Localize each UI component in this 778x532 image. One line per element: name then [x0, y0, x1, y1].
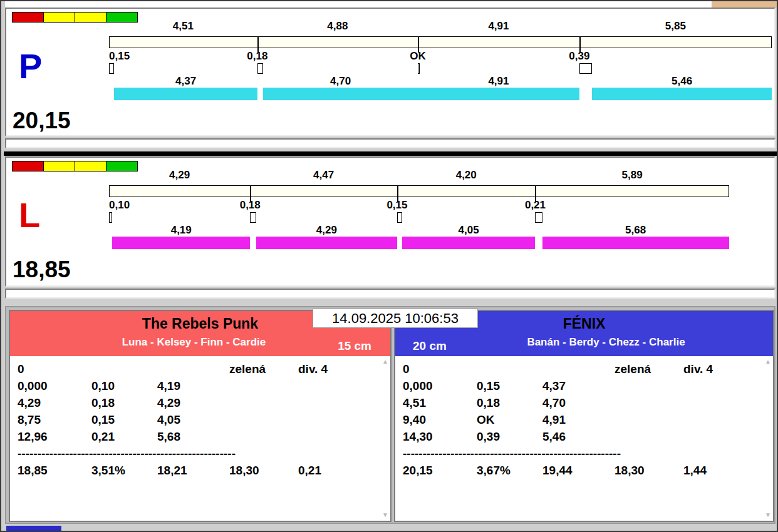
table-cell: 4,51	[403, 396, 477, 413]
gross-time-bar	[109, 185, 729, 197]
lane-statusbar-l	[5, 289, 775, 299]
change-time-label: 0,18	[240, 199, 261, 212]
gross-split-label: 4,20	[456, 169, 477, 182]
traffic-light-cell-1	[43, 12, 75, 23]
titlebar-corner	[712, 1, 777, 8]
team-panel-right: FÉNIX Banán - Berdy - Chezz - Charlie 20…	[394, 310, 774, 522]
table-cell: 4,19	[157, 379, 229, 396]
net-split-label: 4,91	[488, 75, 509, 88]
table-cell: 0	[18, 362, 91, 379]
table-row: 0,0000,154,37	[403, 379, 765, 396]
table-cell: zelená	[615, 362, 683, 379]
table-cell: 4,05	[157, 413, 229, 430]
lane-letter: P	[19, 49, 42, 84]
traffic-light-cell-0	[12, 161, 44, 171]
net-split-bar	[592, 88, 772, 100]
team-panel-left: The Rebels Punk Luna - Kelsey - Finn - C…	[9, 310, 392, 522]
table-cell: 19,44	[542, 464, 615, 481]
table-cell: 0,18	[477, 396, 542, 413]
table-cell: zelená	[229, 362, 298, 379]
table-cell: 8,75	[18, 413, 91, 430]
scroll-up-icon[interactable]: ▲	[382, 359, 388, 365]
gross-split-label: 5,85	[665, 20, 686, 33]
table-row: 0zelenádiv. 4	[18, 362, 383, 379]
table-cell: 0,15	[91, 413, 157, 430]
gross-split-label: 4,47	[313, 169, 334, 182]
table-cell: 4,70	[542, 396, 615, 413]
net-split-label: 5,68	[625, 224, 646, 237]
net-split-label: 4,29	[316, 224, 337, 237]
change-time-label: 0,15	[386, 199, 407, 212]
gross-split-label: 4,51	[173, 20, 194, 33]
change-time-box	[250, 212, 256, 223]
table-cell: 0,000	[403, 379, 477, 396]
team-members: Luna - Kelsey - Finn - Cardie	[10, 336, 390, 349]
scroll-down-icon[interactable]: ▼	[382, 512, 388, 518]
traffic-light-cell-2	[75, 12, 106, 23]
table-row: 0zelenádiv. 4	[403, 362, 765, 379]
table-cell: 4,29	[18, 396, 91, 413]
net-split-label: 4,37	[175, 75, 196, 88]
gross-split-label: 4,29	[169, 169, 190, 182]
team-body: 0zelenádiv. 40,0000,154,374,510,184,709,…	[395, 356, 773, 521]
net-split-label: 4,19	[171, 224, 192, 237]
change-time-label: OK	[410, 50, 426, 63]
table-cell: 18,30	[615, 464, 683, 481]
table-cell: 1,44	[683, 464, 765, 481]
gross-split-label: 4,91	[488, 20, 509, 33]
team-table: 0zelenádiv. 40,0000,154,374,510,184,709,…	[403, 362, 765, 481]
table-cell: 20,15	[403, 464, 477, 481]
traffic-light-cell-1	[43, 161, 75, 171]
lane-total-time: 20,15	[13, 109, 71, 132]
table-cell: 3,51%	[91, 464, 157, 481]
change-time-box	[109, 63, 114, 74]
table-cell: 14,30	[403, 430, 477, 447]
scroll-up-icon[interactable]: ▲	[765, 359, 771, 365]
net-split-bar	[256, 237, 397, 249]
gross-split-label: 4,88	[327, 20, 348, 33]
change-time-box	[535, 212, 542, 223]
table-cell: div. 4	[298, 362, 383, 379]
table-cell: OK	[477, 413, 542, 430]
table-row: 4,290,184,29	[18, 396, 383, 413]
table-row: 14,300,395,46	[403, 430, 765, 447]
table-row: ----------------------------------------…	[403, 447, 765, 464]
table-cell: 0,21	[298, 464, 383, 481]
table-row: 18,853,51%18,2118,300,21	[18, 464, 383, 481]
table-row: 12,960,215,68	[18, 430, 383, 447]
net-split-label: 4,05	[459, 224, 479, 237]
table-cell: 5,68	[157, 430, 229, 447]
jump-height-badge: 20 cm	[413, 339, 447, 353]
net-split-bar	[263, 88, 418, 100]
gross-split-label: 5,89	[622, 169, 643, 182]
bottom-blue-indicator	[6, 526, 61, 531]
change-time-box	[397, 212, 402, 223]
titlebar	[5, 1, 777, 8]
table-cell: div. 4	[683, 362, 765, 379]
change-time-box	[109, 212, 112, 223]
table-row: ----------------------------------------…	[18, 447, 383, 464]
net-split-bar	[418, 88, 579, 100]
datetime-display: 14.09.2025 10:06:53	[313, 309, 478, 328]
lane-total-time: 18,85	[13, 258, 71, 281]
change-time-label: 0,10	[109, 199, 130, 212]
team-body: 0zelenádiv. 40,0000,104,194,290,184,298,…	[10, 356, 390, 521]
team-table: 0zelenádiv. 40,0000,104,194,290,184,298,…	[18, 362, 383, 481]
table-cell: 4,37	[542, 379, 615, 396]
lane-panel-p: P 20,15 4,510,154,374,880,184,704,91OK4,…	[5, 8, 775, 136]
lane-track: 4,510,154,374,880,184,704,91OK4,915,850,…	[109, 20, 772, 114]
table-row: 4,510,184,70	[403, 396, 765, 413]
net-split-bar	[112, 237, 250, 249]
table-cell: 18,30	[229, 464, 298, 481]
scroll-down-icon[interactable]: ▼	[765, 512, 771, 518]
change-time-box	[418, 63, 420, 74]
change-time-label: 0,21	[525, 199, 546, 212]
net-split-bar	[542, 237, 729, 249]
table-cell: 5,46	[542, 430, 615, 447]
net-split-bar	[402, 237, 536, 249]
lane-divider	[4, 151, 777, 156]
table-cell: ----------------------------------------…	[18, 447, 383, 464]
table-cell: 0	[403, 362, 477, 379]
lane-letter: L	[19, 198, 40, 233]
table-row: 9,40OK4,91	[403, 413, 765, 430]
